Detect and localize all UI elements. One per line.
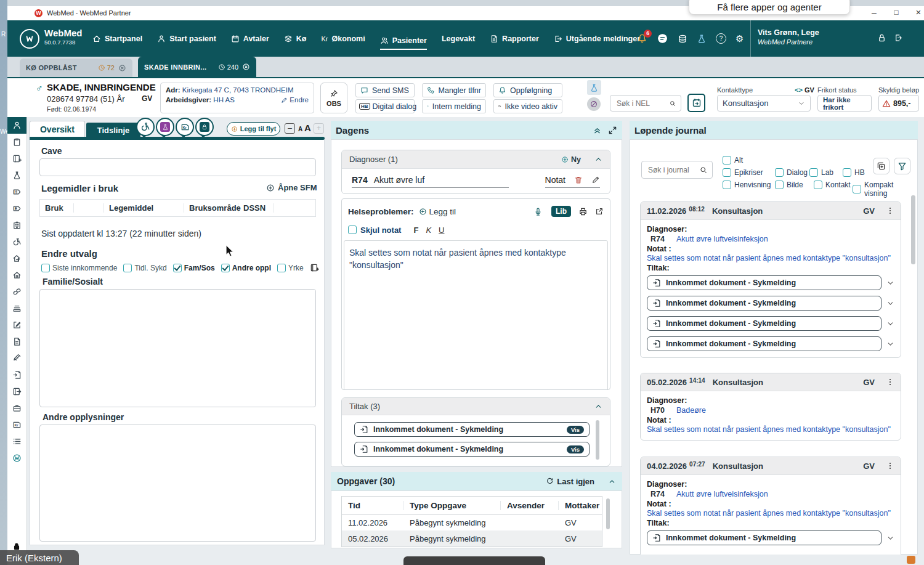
entry-menu-icon[interactable] (886, 206, 894, 215)
lock-icon[interactable] (877, 33, 886, 43)
expand-panel-icon[interactable] (608, 126, 617, 135)
sidebar-item-journal-add[interactable] (7, 150, 26, 167)
tab-skade-innbringende[interactable]: SKADE INNBRIN... 240 (138, 57, 256, 77)
disability-status-icon[interactable] (136, 118, 155, 136)
chevron-down-icon[interactable] (886, 320, 894, 328)
close-tab-icon[interactable] (118, 64, 126, 72)
nav-item-okonomi[interactable]: KrØkonomi (321, 35, 365, 43)
cave-input[interactable] (39, 158, 316, 176)
lab-status-icon[interactable] (156, 118, 174, 136)
sidebar-item-tag-h[interactable] (7, 184, 26, 200)
journal-search-input[interactable] (647, 165, 700, 175)
filter-bilde[interactable]: Bilde (775, 181, 803, 189)
tiltak-item[interactable]: Innkommet dokument - Sykmelding Vis (354, 442, 590, 457)
lab-flask-button[interactable] (587, 80, 601, 95)
oppfolgning-button[interactable]: Oppfølgning (493, 83, 562, 97)
sidebar-item-document-in[interactable] (7, 367, 26, 383)
nav-item-rapporter[interactable]: Rapporter (490, 35, 539, 43)
familie-sosialt-textarea[interactable] (39, 289, 316, 407)
last-igjen-button[interactable]: Last igjen (546, 477, 594, 486)
ikke-video-aktiv-button[interactable]: Ikke video aktiv (493, 99, 562, 113)
filter-andre-oppl[interactable]: Andre oppl (221, 264, 271, 272)
oppgave-row[interactable]: 11.02.2026 Påbegynt sykmelding GV (342, 514, 602, 530)
format-underline-button[interactable]: U (439, 226, 444, 235)
nel-search-input[interactable] (615, 99, 670, 108)
font-increase-button[interactable]: + (314, 123, 324, 134)
sidebar-item-house[interactable] (7, 267, 26, 283)
tab-oversikt[interactable]: Oversikt (30, 121, 85, 137)
print-icon[interactable] (578, 207, 588, 216)
diagnosis-field[interactable]: R74 Akutt øvre luf (352, 175, 509, 188)
chevron-down-icon[interactable] (886, 299, 894, 307)
font-decrease-button[interactable]: – (285, 123, 295, 134)
note-editor[interactable]: Skal settes som notat når pasient åpnes … (344, 240, 608, 390)
notifications-bell-icon[interactable]: 6 (637, 33, 647, 44)
sidebar-item-house-out[interactable] (7, 250, 26, 267)
sidebar-item-tag-e[interactable] (7, 200, 26, 217)
filter-siste-innkommende[interactable]: Siste innkommende (41, 264, 117, 272)
nav-item-startpanel[interactable]: Startpanel (92, 35, 142, 43)
filter-kontakt[interactable]: Kontakt (814, 181, 851, 189)
digital-dialog-button[interactable]: HBDigital dialog (355, 99, 415, 113)
filter-yrke[interactable]: Yrke (277, 264, 304, 272)
journal-tiltak-item[interactable]: Innkommet dokument - Sykmelding (647, 316, 881, 331)
chat-icon[interactable] (657, 33, 668, 44)
chevron-down-icon[interactable] (886, 279, 894, 287)
sidebar-item-webmed[interactable] (7, 450, 26, 466)
calendar-button[interactable] (687, 94, 705, 112)
journal-scrollbar[interactable] (911, 195, 915, 264)
user-block[interactable]: Vits Grønn, Lege WebMed Partnere (758, 28, 819, 46)
entry-menu-icon[interactable] (886, 461, 894, 470)
endre-link[interactable]: Endre (281, 96, 309, 104)
kontakttype-select[interactable]: Konsultasjon (717, 95, 811, 112)
tab-tidslinje[interactable]: Tidslinje (86, 123, 140, 137)
collapse-section-icon[interactable] (594, 155, 602, 163)
sidebar-item-price-tag[interactable] (7, 417, 26, 433)
nel-search[interactable] (610, 95, 681, 112)
close-tab-icon[interactable] (242, 63, 250, 71)
lock-status-icon[interactable] (195, 118, 214, 136)
journal-tiltak-item[interactable]: Innkommet dokument - Sykmelding (647, 336, 881, 351)
filter-fam-sos[interactable]: Fam/Sos (173, 264, 215, 272)
sidebar-item-task-list[interactable] (7, 433, 26, 450)
filter-alt[interactable]: Alt (723, 156, 743, 165)
swap-icon[interactable]: <> (795, 86, 803, 94)
sidebar-item-patient-overview[interactable] (7, 117, 26, 134)
help-icon[interactable]: ? (716, 33, 726, 44)
oppgaver-scrollbar[interactable] (606, 498, 610, 529)
database-icon[interactable] (678, 34, 687, 44)
format-bold-button[interactable]: F (413, 226, 418, 235)
nav-item-legevakt[interactable]: Legevakt (442, 35, 475, 43)
oppgave-row[interactable]: 05.02.2026 Påbegynt sykmelding GV (342, 530, 602, 547)
maximize-button[interactable]: □ (887, 8, 906, 17)
mangler-tlfnr-button[interactable]: Mangler tlfnr (422, 83, 486, 97)
chevron-down-icon[interactable] (886, 534, 894, 542)
collapse-section-icon[interactable] (608, 478, 616, 486)
sidebar-item-organization[interactable] (7, 217, 26, 234)
journal-add-icon[interactable] (310, 263, 319, 272)
settings-gear-icon[interactable]: ⚙ (736, 33, 744, 44)
filter-hb[interactable]: HB (843, 168, 865, 177)
journal-search[interactable] (641, 161, 713, 179)
payment-status-icon[interactable] (176, 118, 194, 136)
sidebar-item-queue[interactable] (7, 300, 26, 317)
vis-badge[interactable]: Vis (567, 445, 584, 453)
chevron-down-icon[interactable] (886, 340, 894, 348)
logout-icon[interactable] (893, 33, 902, 43)
tiltak-scrollbar[interactable] (596, 420, 599, 460)
collapse-section-icon[interactable] (594, 402, 602, 410)
nav-item-utgaende-meldinger[interactable]: Utgående meldinger (554, 35, 640, 43)
ny-diagnose-button[interactable]: Ny (561, 155, 581, 164)
blocked-icon[interactable] (587, 97, 601, 111)
sidebar-item-document[interactable] (7, 333, 26, 350)
intern-melding-button[interactable]: Intern melding (422, 99, 486, 113)
nav-item-avtaler[interactable]: Avtaler (231, 35, 269, 43)
sidebar-item-disability[interactable] (7, 234, 26, 250)
delete-diagnosis-icon[interactable] (574, 176, 583, 184)
filter-dialog[interactable]: Dialog (775, 168, 808, 177)
sidebar-item-edit[interactable] (7, 317, 26, 333)
journal-entry-header[interactable]: 05.02.2026 14:14 Konsultasjon GV (641, 373, 901, 391)
journal-tiltak-item[interactable]: Innkommet dokument - Sykmelding (647, 296, 881, 311)
lab-flask-icon[interactable] (697, 34, 707, 44)
sidebar-item-clipboard[interactable] (7, 134, 26, 150)
